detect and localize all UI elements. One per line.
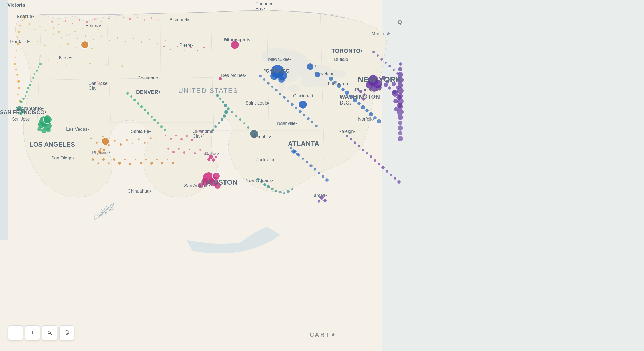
svg-point-128 [140, 162, 142, 164]
svg-point-139 [41, 128, 47, 133]
svg-point-140 [46, 128, 51, 132]
svg-point-307 [381, 166, 385, 169]
svg-point-116 [144, 142, 146, 144]
svg-point-40 [53, 27, 54, 29]
svg-text:Bay•: Bay• [256, 6, 265, 11]
svg-point-43 [74, 31, 76, 32]
svg-point-158 [133, 99, 136, 101]
carto-text: CART [310, 331, 330, 338]
svg-point-332 [398, 104, 403, 109]
svg-point-264 [318, 172, 320, 174]
svg-point-61 [89, 63, 91, 64]
svg-point-41 [58, 31, 60, 33]
svg-point-244 [267, 82, 270, 85]
svg-point-54 [91, 48, 93, 49]
attribution-button[interactable]: © [59, 325, 74, 340]
svg-point-195 [287, 190, 290, 193]
svg-point-228 [172, 151, 175, 153]
svg-point-81 [158, 19, 159, 21]
svg-point-90 [117, 37, 118, 39]
svg-point-94 [149, 39, 150, 40]
svg-text:San Antonio•: San Antonio• [184, 183, 210, 188]
svg-point-249 [287, 100, 289, 102]
svg-text:Bismarck•: Bismarck• [169, 17, 190, 22]
svg-point-105 [100, 148, 102, 150]
svg-text:Victoria: Victoria [7, 2, 25, 8]
svg-point-111 [114, 140, 116, 142]
svg-point-308 [386, 170, 388, 173]
svg-point-174 [224, 110, 228, 114]
svg-point-170 [219, 98, 221, 100]
svg-point-261 [306, 161, 308, 163]
svg-point-79 [144, 19, 145, 21]
svg-point-48 [44, 45, 46, 46]
svg-point-33 [18, 87, 20, 89]
svg-point-183 [243, 122, 245, 124]
svg-text:City: City [89, 86, 97, 91]
svg-point-55 [40, 55, 41, 57]
svg-text:Tampa•: Tampa• [312, 193, 327, 198]
svg-point-117 [150, 137, 152, 139]
svg-point-36 [29, 23, 30, 25]
svg-line-396 [50, 333, 52, 335]
carto-dot [332, 333, 334, 336]
svg-point-65 [121, 65, 123, 67]
svg-point-165 [157, 122, 159, 124]
svg-point-120 [97, 162, 99, 164]
svg-point-269 [329, 77, 333, 81]
svg-point-251 [295, 107, 297, 109]
svg-point-146 [25, 95, 26, 97]
svg-point-95 [157, 43, 158, 44]
svg-point-42 [66, 35, 67, 36]
svg-point-193 [279, 191, 282, 193]
svg-text:Norfolk•: Norfolk• [358, 117, 374, 122]
svg-point-176 [221, 118, 223, 121]
svg-text:*CHICAGO: *CHICAGO [264, 68, 290, 74]
svg-point-63 [106, 64, 107, 65]
svg-point-51 [67, 43, 69, 45]
svg-point-300 [354, 141, 356, 144]
svg-point-265 [322, 175, 324, 178]
zoom-in-button[interactable]: + [25, 325, 40, 340]
svg-point-52 [76, 47, 77, 48]
svg-point-118 [156, 141, 157, 142]
svg-point-189 [263, 183, 266, 186]
svg-point-162 [147, 112, 149, 115]
svg-point-260 [302, 158, 304, 160]
zoom-out-button[interactable]: − [8, 325, 23, 340]
svg-point-130 [150, 162, 153, 165]
svg-text:City•: City• [193, 134, 202, 139]
svg-point-304 [370, 155, 372, 158]
svg-point-156 [126, 92, 129, 95]
svg-point-108 [96, 142, 98, 144]
svg-point-333 [397, 109, 404, 115]
svg-point-210 [163, 46, 165, 47]
svg-point-110 [108, 144, 110, 146]
svg-point-247 [279, 93, 281, 95]
svg-point-138 [37, 127, 42, 131]
svg-point-178 [214, 125, 217, 128]
svg-point-28 [15, 57, 16, 58]
svg-point-213 [184, 50, 185, 51]
svg-point-230 [183, 151, 185, 154]
svg-text:New Orleans•: New Orleans• [246, 178, 273, 183]
svg-point-168 [43, 115, 52, 124]
svg-point-182 [239, 118, 241, 121]
svg-point-310 [394, 177, 396, 180]
svg-point-211 [170, 49, 171, 50]
svg-point-227 [167, 148, 169, 150]
svg-point-134 [172, 162, 174, 164]
svg-point-27 [16, 50, 17, 51]
search-button[interactable] [42, 325, 57, 340]
svg-point-57 [57, 62, 58, 63]
svg-point-255 [311, 121, 313, 123]
svg-point-263 [314, 168, 316, 171]
svg-point-72 [94, 18, 96, 20]
svg-text:Santa Fe•: Santa Fe• [131, 129, 151, 134]
svg-point-37 [34, 29, 35, 30]
svg-point-192 [275, 190, 277, 192]
svg-text:Q: Q [398, 19, 402, 25]
svg-text:UNITED STATES: UNITED STATES [178, 87, 238, 94]
svg-text:Phoenix•: Phoenix• [92, 150, 110, 155]
svg-point-243 [263, 78, 265, 81]
